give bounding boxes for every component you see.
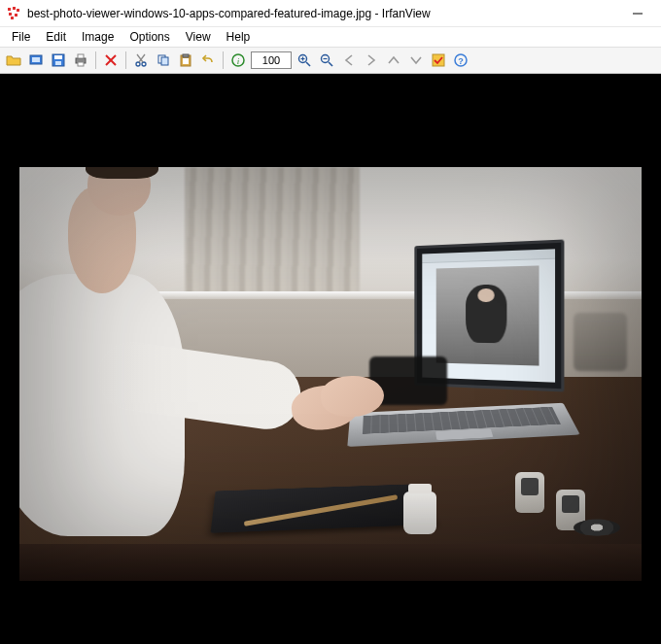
svg-text:?: ?: [458, 56, 464, 66]
next-image-button[interactable]: [362, 51, 381, 70]
svg-point-18: [142, 62, 146, 66]
last-image-button[interactable]: [406, 51, 426, 70]
svg-rect-11: [55, 61, 61, 65]
about-button[interactable]: ?: [451, 51, 470, 70]
zoom-in-button[interactable]: [295, 51, 314, 70]
app-icon: [6, 6, 21, 21]
prev-image-button[interactable]: [339, 51, 359, 70]
svg-rect-0: [8, 8, 11, 11]
menu-file[interactable]: File: [4, 28, 38, 46]
toolbar: i ?: [0, 47, 661, 74]
svg-rect-4: [15, 14, 17, 17]
svg-point-17: [136, 62, 140, 66]
svg-rect-3: [9, 13, 12, 16]
svg-rect-22: [161, 57, 168, 65]
menu-view[interactable]: View: [178, 28, 219, 46]
svg-line-33: [329, 62, 332, 66]
settings-button[interactable]: [429, 51, 448, 70]
toolbar-separator: [223, 51, 224, 69]
titlebar: best-photo-viewer-windows-10-apps-compar…: [0, 0, 661, 27]
undo-button[interactable]: [198, 51, 218, 70]
svg-line-29: [306, 62, 310, 66]
first-image-button[interactable]: [384, 51, 403, 70]
cut-button[interactable]: [131, 51, 151, 70]
toolbar-separator: [125, 51, 126, 69]
zoom-out-button[interactable]: [317, 51, 336, 70]
svg-rect-10: [54, 55, 62, 59]
toolbar-separator: [95, 51, 96, 69]
menu-help[interactable]: Help: [219, 28, 259, 46]
svg-rect-25: [183, 58, 189, 64]
slideshow-button[interactable]: [26, 51, 46, 70]
menubar: File Edit Image Options View Help: [0, 27, 661, 47]
svg-rect-2: [17, 9, 19, 12]
svg-rect-13: [78, 54, 84, 58]
zoom-input[interactable]: [251, 51, 292, 69]
copy-button[interactable]: [154, 51, 173, 70]
svg-rect-5: [11, 17, 14, 19]
svg-rect-14: [78, 62, 84, 66]
info-button[interactable]: i: [228, 51, 248, 70]
open-button[interactable]: [4, 51, 23, 70]
paste-button[interactable]: [176, 51, 195, 70]
window-title: best-photo-viewer-windows-10-apps-compar…: [27, 7, 624, 20]
menu-options[interactable]: Options: [122, 28, 177, 46]
svg-rect-24: [183, 54, 189, 57]
minimize-button[interactable]: [624, 4, 651, 23]
displayed-image: [19, 167, 642, 581]
save-button[interactable]: [49, 51, 68, 70]
delete-button[interactable]: [101, 51, 121, 70]
print-button[interactable]: [71, 51, 90, 70]
svg-rect-35: [433, 54, 444, 66]
svg-rect-8: [32, 57, 40, 62]
menu-edit[interactable]: Edit: [38, 28, 74, 46]
svg-rect-1: [13, 7, 16, 10]
svg-text:i: i: [237, 56, 240, 66]
image-canvas[interactable]: [0, 74, 661, 644]
menu-image[interactable]: Image: [74, 28, 122, 46]
window-controls: [624, 4, 655, 23]
